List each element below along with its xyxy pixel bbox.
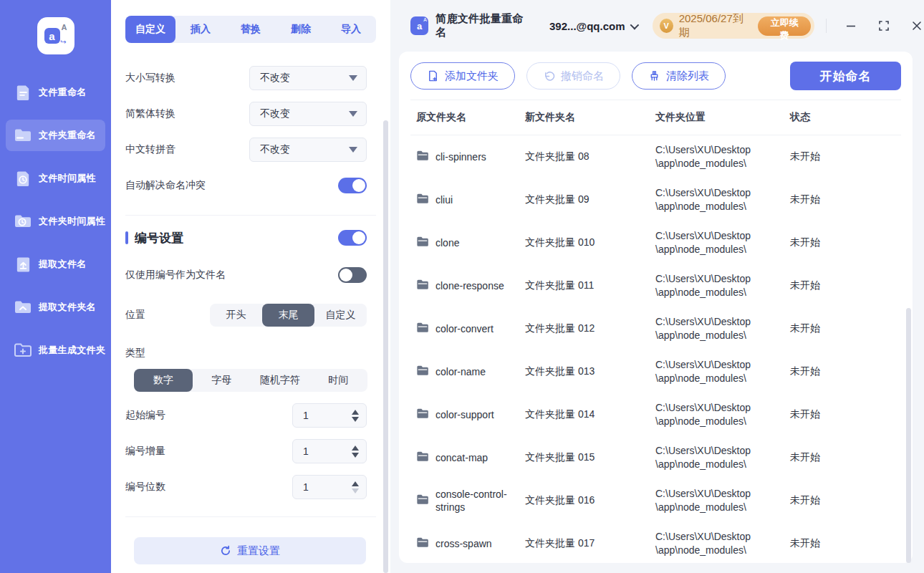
table-row[interactable]: cross-spawn 文件夹批量 017 C:\Users\XU\Deskto… (410, 522, 901, 565)
numbering-title: 编号设置 (135, 230, 338, 246)
close-icon (911, 20, 923, 32)
table-row[interactable]: clone-response 文件夹批量 011 C:\Users\XU\Des… (410, 264, 901, 307)
type-option-时间[interactable]: 时间 (309, 369, 368, 392)
position-label: 位置 (125, 309, 145, 322)
simp-trad-dropdown[interactable]: 不改变 (249, 102, 367, 126)
case-convert-dropdown[interactable]: 不改变 (249, 66, 367, 90)
sidebar-item-folder-rename[interactable]: 文件夹重命名 (6, 120, 105, 151)
folder-location: C:\Users\XU\Desktop\app\node_modules\ (655, 530, 790, 557)
clear-list-label: 清除列表 (666, 69, 709, 83)
logo-a-icon: a (44, 28, 60, 44)
auto-resolve-toggle[interactable] (338, 178, 367, 193)
original-folder-name: cli-spinners (435, 150, 510, 163)
minimize-icon (845, 20, 857, 32)
new-folder-name: 文件夹批量 016 (525, 494, 655, 507)
dropdown-caret-icon (349, 75, 357, 81)
tab-import[interactable]: 导入 (326, 16, 376, 43)
titlebar: a 简鹿文件批量重命名 392...@qq.com V 2025/06/27到期… (390, 0, 924, 52)
type-option-数字[interactable]: 数字 (134, 369, 193, 392)
folder-location: C:\Users\XU\Desktop\app\node_modules\ (655, 272, 790, 299)
close-button[interactable] (910, 19, 924, 33)
settings-scrollbar[interactable] (383, 120, 388, 573)
start-rename-button[interactable]: 开始命名 (790, 62, 901, 90)
tab-insert[interactable]: 插入 (175, 16, 226, 43)
tab-delete[interactable]: 删除 (276, 16, 326, 43)
chinese-pinyin-row: 中文转拼音 不改变 (125, 138, 376, 162)
table-row[interactable]: color-name 文件夹批量 013 C:\Users\XU\Desktop… (410, 350, 901, 393)
new-folder-name: 文件夹批量 013 (525, 365, 655, 378)
type-label-row: 类型 (125, 346, 376, 360)
folder-icon (416, 451, 429, 465)
column-folder-location: 文件夹位置 (655, 111, 790, 124)
divider (125, 516, 376, 517)
sidebar-item-file-time[interactable]: 文件时间属性 (6, 163, 105, 194)
folder-location: C:\Users\XU\Desktop\app\node_modules\ (655, 444, 790, 471)
spinner-down-icon[interactable] (352, 453, 359, 458)
numbering-toggle[interactable] (338, 230, 367, 246)
type-option-随机字符[interactable]: 随机字符 (251, 369, 309, 392)
minimize-button[interactable] (844, 19, 858, 33)
reset-settings-button[interactable]: 重置设置 (134, 537, 366, 564)
spinner-up-icon[interactable] (352, 481, 359, 486)
chevron-down-icon (630, 20, 639, 29)
spinner-up-icon[interactable] (352, 446, 359, 451)
original-folder-name: console-control-strings (435, 488, 510, 514)
original-folder-name: cliui (435, 193, 510, 206)
chinese-pinyin-dropdown[interactable]: 不改变 (249, 138, 367, 162)
table-row[interactable]: color-support 文件夹批量 014 C:\Users\XU\Desk… (410, 393, 901, 436)
table-row[interactable]: concat-map 文件夹批量 015 C:\Users\XU\Desktop… (410, 436, 901, 479)
spinner-up-icon[interactable] (352, 410, 359, 415)
only-number-toggle[interactable] (338, 267, 367, 283)
spinner-down-icon[interactable] (352, 417, 359, 422)
table-row[interactable]: console-control-strings 文件夹批量 016 C:\Use… (410, 479, 901, 522)
renew-button[interactable]: 立即续费 (758, 16, 811, 36)
folder-icon (416, 365, 429, 379)
position-option-开头[interactable]: 开头 (210, 304, 262, 327)
case-convert-row: 大小写转换 不改变 (125, 66, 376, 90)
table-row[interactable]: cli-spinners 文件夹批量 08 C:\Users\XU\Deskto… (410, 135, 901, 178)
spinner-down-icon[interactable] (352, 488, 359, 493)
undo-rename-label: 撤销命名 (561, 69, 604, 83)
row-status: 未开始 (790, 236, 901, 249)
tab-replace[interactable]: 替换 (226, 16, 276, 43)
tab-custom[interactable]: 自定义 (125, 16, 175, 43)
table-row[interactable]: color-convert 文件夹批量 012 C:\Users\XU\Desk… (410, 307, 901, 350)
folder-icon (416, 236, 429, 250)
table-row[interactable]: clone 文件夹批量 010 C:\Users\XU\Desktop\app\… (410, 221, 901, 264)
add-folder-button[interactable]: 添加文件夹 (410, 62, 515, 90)
row-status: 未开始 (790, 365, 901, 378)
type-option-字母[interactable]: 字母 (193, 369, 251, 392)
sidebar-item-extract-filename[interactable]: 提取文件名 (6, 249, 105, 280)
broom-icon (648, 70, 660, 82)
table-scrollbar[interactable] (906, 308, 911, 563)
sidebar-item-folder-time[interactable]: 文件夹时间属性 (6, 206, 105, 237)
license-pill: V 2025/06/27到期 立即续费 (653, 13, 815, 39)
account-dropdown[interactable]: 392...@qq.com (549, 20, 637, 32)
number-rows: 起始编号 1 编号增量 1 编号位数 1 (125, 403, 376, 499)
app-mini-icon: a (410, 16, 428, 35)
number-increment-row: 编号增量 1 (125, 439, 376, 463)
maximize-button[interactable] (877, 19, 891, 33)
sidebar-item-batch-create-folder[interactable]: 批量生成文件夹 (6, 334, 105, 366)
position-row: 位置 开头末尾自定义 (125, 303, 376, 327)
position-option-自定义[interactable]: 自定义 (314, 304, 367, 327)
reset-settings-label: 重置设置 (237, 544, 280, 558)
original-folder-name: concat-map (435, 451, 510, 464)
folder-up-icon (14, 298, 32, 317)
number-digits-input[interactable]: 1 (292, 475, 367, 499)
position-option-末尾[interactable]: 末尾 (262, 304, 314, 327)
start-number-input[interactable]: 1 (292, 403, 367, 428)
sidebar-item-file-rename[interactable]: 文件重命名 (6, 77, 105, 108)
dropdown-caret-icon (349, 111, 357, 117)
start-number-row: 起始编号 1 (125, 403, 376, 428)
undo-rename-button[interactable]: 撤销命名 (526, 62, 620, 90)
clear-list-button[interactable]: 清除列表 (632, 62, 726, 90)
type-label: 类型 (125, 347, 145, 360)
table-row[interactable]: cliui 文件夹批量 09 C:\Users\XU\Desktop\app\n… (410, 178, 901, 221)
row-status: 未开始 (790, 408, 901, 421)
row-status: 未开始 (790, 279, 901, 292)
sidebar-item-extract-foldername[interactable]: 提取文件夹名 (6, 292, 105, 323)
folder-icon (416, 536, 429, 551)
number-increment-input[interactable]: 1 (292, 439, 367, 463)
auto-resolve-label: 自动解决命名冲突 (125, 179, 206, 192)
